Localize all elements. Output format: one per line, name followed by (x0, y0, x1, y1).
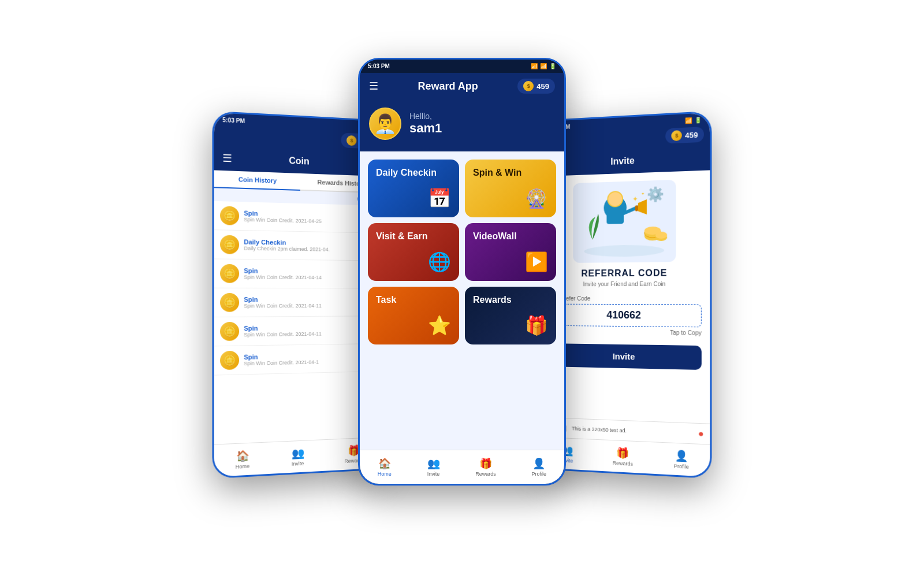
invite-button[interactable]: Invite (549, 343, 702, 370)
svg-point-0 (584, 244, 665, 257)
username-text: sam1 (409, 121, 442, 136)
tab-coin-history[interactable]: Coin History (214, 170, 300, 191)
menu-card-videowall[interactable]: VideoWall ▶️ (465, 223, 556, 281)
left-hamburger-icon[interactable]: ☰ (222, 151, 232, 165)
svg-marker-6 (638, 199, 647, 215)
coin-item-text: Spin Spin Win Coin Credit. 2021-04-25 (244, 210, 322, 224)
right-nav-rewards[interactable]: 🎁 Rewards (606, 444, 640, 470)
right-status-icons: 📶 🔋 (685, 117, 702, 124)
left-coin-icon: $ (346, 135, 356, 146)
right-bottom-nav: 👥 Invite 🎁 Rewards 👤 Profile (542, 437, 710, 477)
gear-icon: ⚙️ (647, 186, 664, 203)
center-nav-profile[interactable]: 👤 Profile (525, 455, 554, 479)
list-item: 🪙 Daily Checkin Daily Checkin 2pm claime… (214, 230, 382, 261)
right-coin-icon: $ (672, 130, 682, 141)
center-nav-invite[interactable]: 👥 Invite (420, 455, 447, 479)
left-bottom-nav: 🏠 Home 👥 Invite 🎁 Rewar... (214, 437, 382, 477)
profile-text: Helllo, sam1 (409, 112, 442, 136)
center-coin-icon: $ (523, 81, 534, 91)
right-content: ⚙️ (542, 170, 710, 423)
coin-list: 🪙 Spin Spin Win Coin Credit. 2021-04-25 … (214, 201, 382, 444)
coin-item-text: Spin Spin Win Coin Credit. 2021-04-11 (244, 296, 322, 309)
menu-card-daily-checkin[interactable]: Daily Checkin 📅 (368, 160, 459, 217)
list-item: 🪙 Spin Spin Win Coin Credit. 2021-04-11 (214, 288, 382, 317)
tap-to-copy[interactable]: Tap to Copy (549, 328, 702, 336)
coin-row-6: 🪙 Spin Spin Win Coin Credit. 2021-04-1 (214, 344, 382, 376)
coin-item-icon: 🪙 (220, 264, 239, 283)
referral-code-box[interactable]: 410662 (549, 304, 702, 328)
coin-item-icon: 🪙 (220, 322, 239, 341)
coin-row-1: 🪙 Spin Spin Win Coin Credit. 2021-04-25 … (214, 201, 382, 234)
right-coin-badge: $ 459 (666, 127, 704, 144)
list-item: 🪙 Spin Spin Win Coin Credit. 2021-04-1 (214, 344, 382, 376)
list-item: 🪙 Spin Spin Win Coin Credit. 2021-04-14 (214, 259, 382, 288)
referral-code-section: Your Refer Code 410662 Tap to Copy (549, 295, 702, 336)
referral-code-title: REFERRAL CODE (581, 268, 667, 279)
svg-rect-7 (635, 205, 638, 211)
referral-subtitle: Invite your Friend and Earn Coin (583, 281, 666, 287)
svg-text:✦: ✦ (641, 191, 645, 197)
coin-item-text: Spin Spin Win Coin Credit. 2021-04-14 (244, 267, 322, 280)
right-app-title: Invite (610, 155, 634, 167)
ad-text: This is a 320x50 test ad. (572, 425, 627, 433)
referral-illustration: ⚙️ (573, 180, 676, 263)
coin-item-text: Spin Spin Win Coin Credit. 2021-04-11 (244, 324, 322, 338)
center-nav-bar: ☰ Reward App $ 459 (360, 73, 564, 99)
coin-item-icon: 🪙 (220, 235, 239, 254)
center-nav-home[interactable]: 🏠 Home (371, 455, 398, 479)
menu-card-visit-earn[interactable]: Visit & Earn 🌐 (368, 223, 459, 281)
greeting-text: Helllo, (409, 112, 442, 121)
coin-item-icon: 🪙 (220, 293, 239, 312)
coin-item-icon: 🪙 (220, 206, 239, 225)
svg-rect-4 (606, 209, 624, 224)
coin-row-2: 🪙 Daily Checkin Daily Checkin 2pm claime… (214, 230, 382, 261)
app-scene: 5:03 PM 📶 🔋 $ 459 ☰ Coin Coin History Re… (202, 23, 722, 555)
center-coin-badge: $ 459 (517, 79, 555, 94)
menu-card-rewards[interactable]: Rewards 🎁 (465, 287, 556, 344)
center-hamburger-icon[interactable]: ☰ (369, 80, 378, 92)
center-time: 5:03 PM (368, 63, 390, 69)
list-item: 🪙 Spin Spin Win Coin Credit. 2021-04-25 (214, 201, 382, 234)
center-nav-rewards[interactable]: 🎁 Rewards (468, 455, 503, 479)
avatar: 👨‍💼 (369, 108, 401, 140)
coin-item-icon: 🪙 (220, 351, 239, 370)
center-status-bar: 5:03 PM 📶 📶 🔋 (360, 60, 564, 73)
left-time: 5:03 PM (222, 117, 245, 124)
left-nav-home[interactable]: 🏠 Home (228, 446, 256, 472)
right-nav-profile[interactable]: 👤 Profile (667, 446, 696, 472)
code-label: Your Refer Code (549, 295, 702, 302)
coin-row-4: 🪙 Spin Spin Win Coin Credit. 2021-04-11 (214, 288, 382, 317)
menu-card-spin-win[interactable]: Spin & Win 🎡 (465, 160, 556, 217)
center-profile: 👨‍💼 Helllo, sam1 (360, 99, 564, 151)
center-status-icons: 📶 📶 🔋 (531, 63, 556, 69)
left-nav-invite[interactable]: 👥 Invite (285, 444, 311, 469)
center-phone: 5:03 PM 📶 📶 🔋 ☰ Reward App $ 459 👨‍💼 Hel… (358, 58, 566, 486)
coin-row-3: 🪙 Spin Spin Win Coin Credit. 2021-04-14 (214, 259, 382, 288)
left-app-title: Coin (289, 155, 309, 166)
svg-text:✦: ✦ (632, 195, 638, 203)
menu-card-task[interactable]: Task ⭐ (368, 287, 459, 344)
ad-icon: ● (698, 428, 704, 439)
center-menu-grid: Daily Checkin 📅 Spin & Win 🎡 Visit & Ear… (360, 151, 564, 450)
coin-item-text: Spin Spin Win Coin Credit. 2021-04-1 (244, 352, 319, 366)
center-bottom-nav: 🏠 Home 👥 Invite 🎁 Rewards 👤 Profile (360, 450, 564, 484)
center-app-title: Reward App (418, 80, 478, 92)
coin-row-5: 🪙 Spin Spin Win Coin Credit. 2021-04-11 (214, 316, 382, 346)
coin-item-text: Daily Checkin Daily Checkin 2pm claimed.… (244, 238, 330, 252)
list-item: 🪙 Spin Spin Win Coin Credit. 2021-04-11 (214, 316, 382, 346)
